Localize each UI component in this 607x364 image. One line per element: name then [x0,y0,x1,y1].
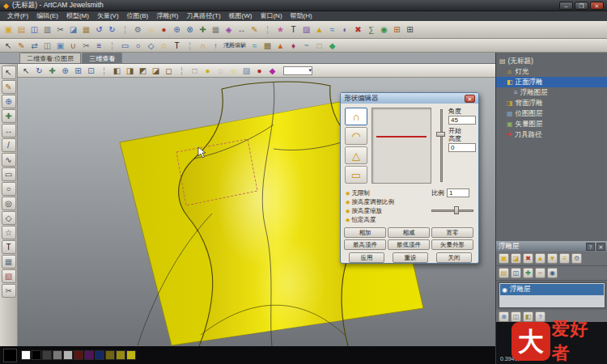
maximize-button[interactable]: ❐ [575,2,588,10]
layer-visibility-icon[interactable]: ◉ [502,286,507,294]
view-select-icon[interactable]: ↖ [20,65,32,77]
add-button[interactable]: 相加 [344,227,386,238]
color-diamond-icon[interactable]: ◆ [266,65,278,77]
view-preset-combo[interactable]: ▾ [283,66,312,75]
add-relief-icon[interactable]: ✚ [523,268,533,278]
text-shape-icon[interactable]: T [2,240,16,254]
menu-item-4[interactable]: 位图(B) [123,11,153,21]
angle-slider-handle[interactable] [436,132,445,137]
shape-flat-button[interactable]: ▭ [345,166,367,184]
paint-tool-icon[interactable]: ▧ [2,269,16,283]
smooth-relief-icon[interactable]: ≈ [326,23,338,36]
shape-dome-button[interactable]: ∩ [345,108,367,125]
node-editing-icon[interactable]: ✎ [15,40,28,52]
relief-tools-icon[interactable]: ▲ [313,23,325,36]
perspective-view-icon[interactable]: ◻ [163,65,175,77]
new-model-icon[interactable]: ▣ [2,23,15,36]
tree-item-front-relief[interactable]: ◧正面浮雕 [496,77,607,87]
emboss-icon[interactable]: ▲ [274,40,287,52]
toggle-visibility-icon[interactable]: ◉ [547,268,558,278]
shaded-view-icon[interactable]: ● [202,65,214,77]
tree-item-bitmap-layers[interactable]: ▦位图图层 [496,108,607,119]
save-model-icon[interactable]: ◫ [28,23,40,36]
dialog-close-icon[interactable]: ✕ [465,95,475,103]
ratio-slider[interactable] [431,206,473,214]
swatch-navy[interactable] [95,350,104,360]
tab-2d-view[interactable]: 二维查看:位图层 [19,53,81,63]
notes-icon[interactable]: ✎ [248,23,261,36]
star-tool-icon[interactable]: ☆ [158,40,170,52]
wireframe-view-icon[interactable]: ◌ [214,65,227,77]
measure-icon[interactable]: ↔ [236,23,248,36]
ratio-input[interactable]: 1 [447,188,469,197]
pan-icon[interactable]: ✚ [197,23,209,36]
polygon-shape-icon[interactable]: ◇ [2,211,16,225]
menu-item-8[interactable]: 窗口(N) [256,11,286,21]
zoom-extents-icon[interactable]: ⊡ [85,65,97,77]
pan-tool-icon[interactable]: ✚ [2,109,16,123]
option-constant-height[interactable]: ◆恒定高度 [346,215,430,224]
swatch-gray[interactable] [53,350,62,360]
lighting-icon[interactable]: ☼ [227,65,240,77]
separator-icon-1[interactable]: ¦ [119,23,131,36]
select-vectors-icon[interactable]: ↖ [2,40,15,52]
model-properties-icon[interactable]: ⚙ [132,23,144,36]
layer-row[interactable]: ◉ 浮雕层 [500,284,604,295]
new-layer-icon[interactable]: ▣ [499,253,509,264]
toolpath-panel-icon[interactable]: ⊞ [391,23,403,36]
tree-item-back-relief[interactable]: ◨背面浮雕 [496,98,607,108]
background-color-icon[interactable]: ▨ [240,65,253,77]
menu-item-7[interactable]: 视图(W) [225,11,257,21]
layer-settings-icon[interactable]: ⚙ [571,253,582,264]
group-icon[interactable]: ▣ [54,40,66,52]
rectangle-tool-icon[interactable]: ▭ [119,40,131,52]
draft-quality-icon[interactable]: □ [189,65,201,77]
tree-item-toolpaths[interactable]: ✚刀具路径 [496,129,607,140]
separator-icon-2[interactable]: ¦ [261,23,274,36]
trim-icon[interactable]: ✂ [80,40,92,52]
duplicate-layer-icon[interactable]: ◪ [511,253,521,264]
front-view-icon[interactable]: ◨ [124,65,136,77]
tree-item-relief-layers[interactable]: ≡浮雕图层 [496,87,607,98]
shape-curve-button[interactable]: ◠ [345,127,367,145]
measure-tool-icon[interactable]: ↔ [2,124,16,138]
save-relief-icon[interactable]: ◫ [511,268,521,278]
primary-color-swatch[interactable] [3,349,17,362]
panel-close-button[interactable]: ✕ [596,243,605,251]
separator-icon-6[interactable]: ¦ [176,65,188,77]
subtract-button[interactable]: 相减 [388,227,430,238]
top-view-icon[interactable]: ◩ [137,65,149,77]
texture-icon[interactable]: ▩ [261,40,274,52]
print-icon[interactable]: ▥ [41,23,53,36]
separator-icon-4[interactable]: ¦ [184,40,196,52]
reset-relief-icon[interactable]: ✖ [352,23,364,36]
offset-icon[interactable]: ≡ [93,40,105,52]
select-tool-icon[interactable]: ↖ [2,66,16,79]
separator-icon-3[interactable]: ¦ [106,40,118,52]
menu-item-9[interactable]: 帮助(H) [287,11,316,21]
zoom-out-icon[interactable]: ⊗ [184,23,196,36]
vector-shape-button[interactable]: 矢量外形 [431,239,473,250]
menu-item-6[interactable]: 刀具路径(T) [182,11,224,21]
material-ball-icon[interactable]: ● [253,65,265,77]
undo-icon[interactable]: ↺ [93,23,105,36]
lights-icon[interactable]: ☼ [145,23,157,36]
mirror-icon[interactable]: ◫ [41,40,53,52]
paste-icon[interactable]: ▦ [80,23,92,36]
option-scale-height[interactable]: ◆按高度缩放 [346,206,430,215]
menu-item-3[interactable]: 矢量(V) [93,11,123,21]
reset-button[interactable]: 重设 [393,252,428,263]
copy-icon[interactable]: ◪ [67,23,79,36]
minimize-button[interactable]: – [559,2,573,10]
menu-item-5[interactable]: 浮雕(R) [152,11,182,21]
swatch-dark-gray[interactable] [42,350,52,360]
lower-layer-icon[interactable]: ▼ [547,253,558,264]
shape-angle-button[interactable]: △ [345,146,367,164]
node-edit-tool-icon[interactable]: ✎ [2,80,16,94]
polygon-tool-icon[interactable]: ◇ [145,40,157,52]
panel-help-button[interactable]: ? [586,243,595,251]
weld-icon[interactable]: ∪ [67,40,79,52]
menu-item-2[interactable]: 模型(M) [62,11,93,21]
trim-tool-icon[interactable]: ✂ [2,284,16,298]
tree-root-untitled[interactable]: ▤(无标题) [496,56,607,66]
